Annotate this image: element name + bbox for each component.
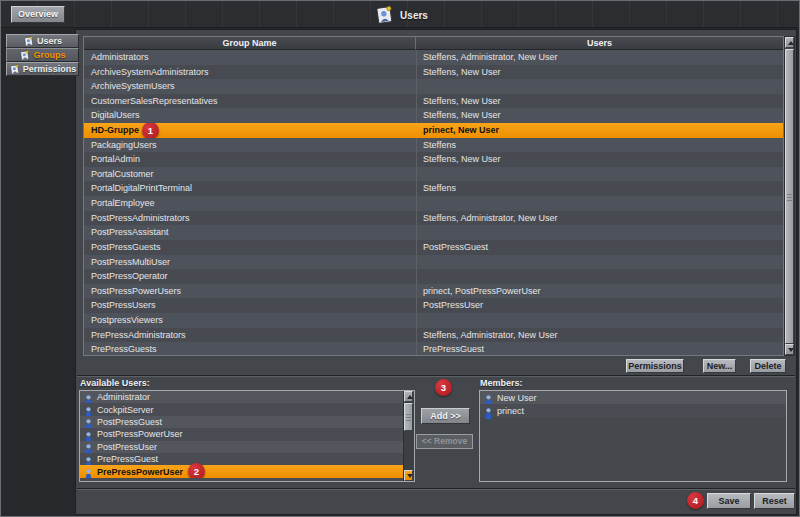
table-row[interactable]: Administrators Steffens, Administrator, …	[84, 50, 783, 65]
scroll-down-button[interactable]	[404, 470, 413, 481]
group-name-cell: PostpressViewers	[91, 315, 163, 325]
available-user-item[interactable]: PostPressUser	[80, 441, 403, 453]
table-row[interactable]: PrePressAdministrators Steffens, Adminis…	[84, 328, 783, 343]
table-row[interactable]: HD-Gruppe 1 prinect, New User	[84, 123, 783, 138]
annotation-badge-4: 4	[687, 492, 704, 509]
group-users-cell: PrePressGuest	[416, 342, 783, 356]
available-users-list[interactable]: Administrator CockpitServer PostPressGue…	[79, 390, 415, 482]
column-header-users[interactable]: Users	[416, 37, 783, 50]
person-icon	[84, 429, 93, 440]
annotation-badge-1: 1	[142, 123, 159, 138]
separator	[77, 488, 795, 490]
table-row[interactable]: PostPressPowerUsers prinect, PostPressPo…	[84, 284, 783, 299]
member-item[interactable]: New User	[480, 391, 786, 404]
table-row[interactable]: PostPressMultiUser	[84, 255, 783, 270]
group-users-cell	[416, 255, 783, 270]
group-name-cell: ArchiveSystemAdministrators	[91, 67, 209, 77]
group-users-cell: Steffens, Administrator, New User	[416, 328, 783, 343]
table-row[interactable]: PrePressGuests PrePressGuest	[84, 342, 783, 356]
available-user-item[interactable]: PrePressGuest	[80, 453, 403, 465]
add-button[interactable]: Add >>	[421, 408, 470, 424]
table-row[interactable]: PortalCustomer	[84, 167, 783, 182]
scroll-up-button[interactable]	[404, 391, 413, 402]
new-button[interactable]: New...	[703, 359, 736, 373]
table-row[interactable]: PortalEmployee	[84, 196, 783, 211]
table-row[interactable]: PostpressViewers	[84, 313, 783, 328]
group-name-cell: PostPressMultiUser	[91, 257, 170, 267]
table-row[interactable]: CustomerSalesRepresentatives Steffens, N…	[84, 94, 783, 109]
table-row[interactable]: PortalDigitalPrintTerminal Steffens	[84, 181, 783, 196]
scroll-up-button[interactable]	[785, 37, 794, 48]
available-user-item[interactable]: PrePressPowerUser 2	[80, 465, 403, 477]
sidebar: Users Groups Permissions	[6, 34, 79, 76]
group-name-cell: PostPressGuests	[91, 242, 161, 252]
sidebar-item[interactable]: Users	[6, 34, 79, 48]
sidebar-item[interactable]: Permissions	[6, 62, 79, 76]
groups-table: Group Name Users Administrators Steffens…	[83, 36, 784, 356]
column-header-group-name[interactable]: Group Name	[84, 37, 416, 50]
group-name-cell: PrePressGuests	[91, 344, 157, 354]
page-title-label: Users	[400, 10, 428, 21]
group-name-cell: PortalAdmin	[91, 154, 140, 164]
users-card-icon	[374, 5, 394, 25]
group-users-cell: prinect, New User	[416, 123, 783, 138]
group-name-cell: ArchiveSystemUsers	[91, 81, 175, 91]
group-name-cell: PostPressOperator	[91, 271, 168, 281]
sidebar-item-label: Users	[37, 36, 62, 46]
group-users-cell: prinect, PostPressPowerUser	[416, 284, 783, 299]
group-users-cell: Steffens, Administrator, New User	[416, 211, 783, 226]
table-row[interactable]: PackagingUsers Steffens	[84, 138, 783, 153]
sidebar-item-label: Groups	[33, 50, 65, 60]
available-user-item[interactable]: PostPressPowerUser	[80, 428, 403, 440]
remove-button[interactable]: << Remove	[416, 434, 473, 449]
table-row[interactable]: ArchiveSystemAdministrators Steffens, Ne…	[84, 65, 783, 80]
table-row[interactable]: DigitalUsers Steffens, New User	[84, 108, 783, 123]
scrollbar-thumb[interactable]	[785, 49, 794, 344]
available-user-item[interactable]: CockpitServer	[80, 403, 403, 415]
group-users-cell: Steffens, New User	[416, 152, 783, 167]
available-users-label: Available Users:	[80, 378, 150, 388]
annotation-badge-3: 3	[435, 379, 452, 396]
delete-button[interactable]: Delete	[750, 359, 786, 373]
group-users-cell	[416, 269, 783, 284]
table-scrollbar[interactable]	[784, 36, 795, 356]
save-button[interactable]: Save	[707, 493, 751, 509]
member-item[interactable]: prinect	[480, 404, 786, 417]
available-user-item[interactable]: Administrator	[80, 391, 403, 403]
person-icon	[84, 404, 93, 415]
title-bar: Overview Users	[1, 1, 800, 28]
table-row[interactable]: PostPressAssistant	[84, 225, 783, 240]
available-user-item[interactable]: PostPressGuest	[80, 416, 403, 428]
table-row[interactable]: PostPressAdministrators Steffens, Admini…	[84, 211, 783, 226]
person-icon	[84, 441, 93, 452]
group-name-cell: DigitalUsers	[91, 110, 140, 120]
person-icon	[84, 466, 93, 477]
group-users-cell	[416, 313, 783, 328]
available-user-item[interactable]	[80, 478, 403, 482]
group-name-cell: PrePressAdministrators	[91, 330, 186, 340]
scroll-down-button[interactable]	[785, 344, 794, 355]
table-row[interactable]: PostPressGuests PostPressGuest	[84, 240, 783, 255]
person-icon	[84, 416, 93, 427]
table-row[interactable]: PostPressUsers PostPressUser	[84, 298, 783, 313]
table-row[interactable]: PostPressOperator	[84, 269, 783, 284]
person-icon	[84, 454, 93, 465]
group-users-cell: Steffens, New User	[416, 94, 783, 109]
scrollbar-thumb[interactable]	[404, 403, 413, 431]
table-row[interactable]: PortalAdmin Steffens, New User	[84, 152, 783, 167]
members-label: Members:	[480, 378, 523, 388]
permissions-button[interactable]: Permissions	[626, 359, 684, 373]
person-icon	[84, 392, 93, 403]
group-users-cell: PostPressGuest	[416, 240, 783, 255]
person-icon	[84, 478, 93, 482]
members-list[interactable]: New User prinect	[479, 390, 787, 482]
reset-button[interactable]: Reset	[754, 493, 795, 509]
group-name-cell: PackagingUsers	[91, 140, 157, 150]
person-icon	[484, 392, 493, 403]
group-name-cell: PostPressAdministrators	[91, 213, 190, 223]
table-row[interactable]: ArchiveSystemUsers	[84, 79, 783, 94]
page-title: Users	[1, 4, 800, 26]
sidebar-item[interactable]: Groups	[6, 48, 79, 62]
available-list-scrollbar[interactable]	[403, 391, 414, 481]
group-users-cell: Steffens, New User	[416, 108, 783, 123]
